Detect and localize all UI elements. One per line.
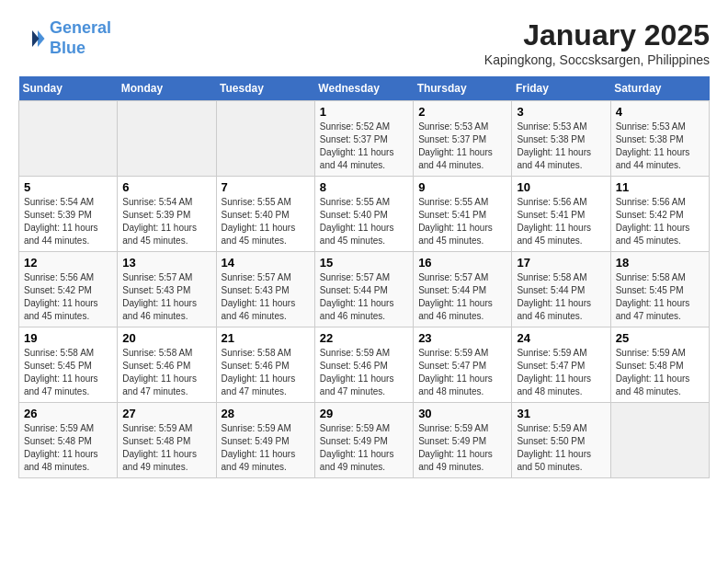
calendar-cell: 6Sunrise: 5:54 AMSunset: 5:39 PMDaylight… (118, 177, 216, 252)
day-number: 10 (517, 180, 605, 194)
day-detail: Sunrise: 5:59 AMSunset: 5:49 PMDaylight:… (222, 422, 310, 474)
column-header-saturday: Saturday (610, 76, 709, 101)
calendar-cell: 10Sunrise: 5:56 AMSunset: 5:41 PMDayligh… (512, 177, 610, 252)
day-detail: Sunrise: 5:59 AMSunset: 5:49 PMDaylight:… (418, 422, 506, 474)
day-number: 31 (517, 407, 605, 420)
calendar-cell: 24Sunrise: 5:59 AMSunset: 5:47 PMDayligh… (512, 327, 610, 403)
column-header-tuesday: Tuesday (216, 76, 314, 101)
day-detail: Sunrise: 5:53 AMSunset: 5:38 PMDaylight:… (517, 121, 605, 172)
day-detail: Sunrise: 5:59 AMSunset: 5:47 PMDaylight:… (517, 347, 605, 398)
day-detail: Sunrise: 5:52 AMSunset: 5:37 PMDaylight:… (320, 121, 408, 172)
day-detail: Sunrise: 5:54 AMSunset: 5:39 PMDaylight:… (122, 196, 210, 247)
day-number: 27 (122, 407, 210, 420)
day-detail: Sunrise: 5:58 AMSunset: 5:44 PMDaylight:… (517, 271, 605, 323)
day-detail: Sunrise: 5:57 AMSunset: 5:44 PMDaylight:… (320, 271, 408, 323)
calendar-week-row: 19Sunrise: 5:58 AMSunset: 5:45 PMDayligh… (19, 327, 710, 403)
calendar-cell: 5Sunrise: 5:54 AMSunset: 5:39 PMDaylight… (19, 177, 118, 252)
logo-text: General Blue (50, 18, 111, 58)
location-subtitle: Kapingkong, Soccsksargen, Philippines (484, 52, 710, 67)
day-detail: Sunrise: 5:56 AMSunset: 5:42 PMDaylight:… (24, 271, 112, 323)
day-number: 15 (320, 256, 408, 270)
day-detail: Sunrise: 5:55 AMSunset: 5:40 PMDaylight:… (320, 196, 408, 247)
day-number: 11 (616, 180, 704, 194)
logo-line1: General (50, 18, 111, 37)
day-number: 21 (222, 331, 310, 345)
day-detail: Sunrise: 5:59 AMSunset: 5:49 PMDaylight:… (320, 422, 408, 474)
day-detail: Sunrise: 5:59 AMSunset: 5:50 PMDaylight:… (517, 422, 605, 474)
calendar-header-row: SundayMondayTuesdayWednesdayThursdayFrid… (19, 76, 710, 101)
calendar-week-row: 26Sunrise: 5:59 AMSunset: 5:48 PMDayligh… (19, 403, 710, 478)
day-detail: Sunrise: 5:57 AMSunset: 5:43 PMDaylight:… (222, 271, 310, 323)
calendar-cell (610, 403, 709, 478)
day-number: 24 (517, 331, 605, 345)
day-number: 29 (320, 407, 408, 420)
column-header-thursday: Thursday (414, 76, 512, 101)
day-number: 18 (616, 256, 704, 270)
day-number: 16 (418, 256, 506, 270)
day-number: 3 (517, 105, 605, 119)
day-detail: Sunrise: 5:58 AMSunset: 5:46 PMDaylight:… (222, 347, 310, 398)
calendar-cell: 2Sunrise: 5:53 AMSunset: 5:37 PMDaylight… (414, 101, 512, 177)
day-number: 25 (616, 331, 704, 345)
day-number: 8 (320, 180, 408, 194)
calendar-cell: 1Sunrise: 5:52 AMSunset: 5:37 PMDaylight… (314, 101, 413, 177)
day-detail: Sunrise: 5:56 AMSunset: 5:41 PMDaylight:… (517, 196, 605, 247)
month-title: January 2025 (484, 18, 710, 52)
calendar-cell: 16Sunrise: 5:57 AMSunset: 5:44 PMDayligh… (414, 252, 512, 327)
day-detail: Sunrise: 5:53 AMSunset: 5:38 PMDaylight:… (616, 121, 704, 172)
calendar-cell: 17Sunrise: 5:58 AMSunset: 5:44 PMDayligh… (512, 252, 610, 327)
day-number: 7 (222, 180, 310, 194)
calendar-cell (118, 101, 216, 177)
day-number: 28 (222, 407, 310, 420)
calendar-cell: 14Sunrise: 5:57 AMSunset: 5:43 PMDayligh… (216, 252, 314, 327)
calendar-week-row: 1Sunrise: 5:52 AMSunset: 5:37 PMDaylight… (19, 101, 710, 177)
day-number: 17 (517, 256, 605, 270)
calendar-week-row: 12Sunrise: 5:56 AMSunset: 5:42 PMDayligh… (19, 252, 710, 327)
logo-line2: Blue (50, 39, 85, 57)
day-number: 2 (418, 105, 506, 119)
day-detail: Sunrise: 5:55 AMSunset: 5:40 PMDaylight:… (222, 196, 310, 247)
day-number: 6 (122, 180, 210, 194)
day-detail: Sunrise: 5:53 AMSunset: 5:37 PMDaylight:… (418, 121, 506, 172)
calendar-cell: 3Sunrise: 5:53 AMSunset: 5:38 PMDaylight… (512, 101, 610, 177)
calendar-cell: 4Sunrise: 5:53 AMSunset: 5:38 PMDaylight… (610, 101, 709, 177)
day-detail: Sunrise: 5:59 AMSunset: 5:48 PMDaylight:… (122, 422, 210, 474)
calendar-cell: 12Sunrise: 5:56 AMSunset: 5:42 PMDayligh… (19, 252, 118, 327)
title-area: January 2025 Kapingkong, Soccsksargen, P… (484, 18, 710, 67)
logo-icon (18, 25, 46, 52)
day-number: 30 (418, 407, 506, 420)
day-number: 1 (320, 105, 408, 119)
calendar-cell: 18Sunrise: 5:58 AMSunset: 5:45 PMDayligh… (610, 252, 709, 327)
calendar-cell: 21Sunrise: 5:58 AMSunset: 5:46 PMDayligh… (216, 327, 314, 403)
column-header-wednesday: Wednesday (314, 76, 413, 101)
day-detail: Sunrise: 5:58 AMSunset: 5:45 PMDaylight:… (616, 271, 704, 323)
day-detail: Sunrise: 5:59 AMSunset: 5:47 PMDaylight:… (418, 347, 506, 398)
calendar-table: SundayMondayTuesdayWednesdayThursdayFrid… (18, 76, 710, 478)
day-detail: Sunrise: 5:57 AMSunset: 5:43 PMDaylight:… (122, 271, 210, 323)
calendar-cell: 7Sunrise: 5:55 AMSunset: 5:40 PMDaylight… (216, 177, 314, 252)
calendar-cell: 22Sunrise: 5:59 AMSunset: 5:46 PMDayligh… (314, 327, 413, 403)
calendar-cell: 13Sunrise: 5:57 AMSunset: 5:43 PMDayligh… (118, 252, 216, 327)
calendar-cell (19, 101, 118, 177)
day-detail: Sunrise: 5:59 AMSunset: 5:48 PMDaylight:… (24, 422, 112, 474)
calendar-cell: 20Sunrise: 5:58 AMSunset: 5:46 PMDayligh… (118, 327, 216, 403)
calendar-cell: 25Sunrise: 5:59 AMSunset: 5:48 PMDayligh… (610, 327, 709, 403)
day-number: 9 (418, 180, 506, 194)
page-header: General Blue January 2025 Kapingkong, So… (18, 18, 710, 67)
day-detail: Sunrise: 5:59 AMSunset: 5:48 PMDaylight:… (616, 347, 704, 398)
day-number: 4 (616, 105, 704, 119)
day-number: 26 (24, 407, 112, 420)
column-header-monday: Monday (118, 76, 216, 101)
day-detail: Sunrise: 5:54 AMSunset: 5:39 PMDaylight:… (24, 196, 112, 247)
calendar-cell: 28Sunrise: 5:59 AMSunset: 5:49 PMDayligh… (216, 403, 314, 478)
day-detail: Sunrise: 5:58 AMSunset: 5:46 PMDaylight:… (122, 347, 210, 398)
calendar-cell: 19Sunrise: 5:58 AMSunset: 5:45 PMDayligh… (19, 327, 118, 403)
calendar-cell: 15Sunrise: 5:57 AMSunset: 5:44 PMDayligh… (314, 252, 413, 327)
calendar-cell: 8Sunrise: 5:55 AMSunset: 5:40 PMDaylight… (314, 177, 413, 252)
calendar-cell (216, 101, 314, 177)
calendar-week-row: 5Sunrise: 5:54 AMSunset: 5:39 PMDaylight… (19, 177, 710, 252)
day-detail: Sunrise: 5:55 AMSunset: 5:41 PMDaylight:… (418, 196, 506, 247)
calendar-cell: 9Sunrise: 5:55 AMSunset: 5:41 PMDaylight… (414, 177, 512, 252)
day-number: 19 (24, 331, 112, 345)
column-header-sunday: Sunday (19, 76, 118, 101)
